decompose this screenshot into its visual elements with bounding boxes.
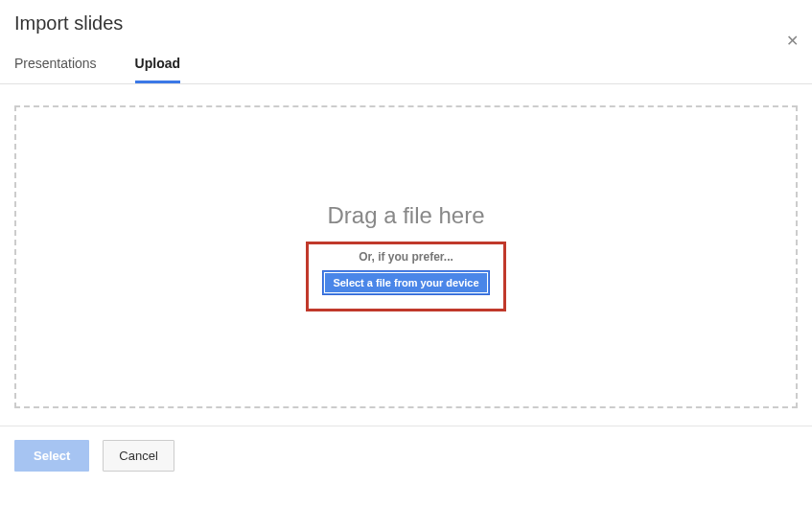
dialog-footer: Select Cancel [0,426,812,485]
dialog-title: Import slides [14,12,798,35]
highlight-box: Or, if you prefer... Select a file from … [306,242,505,311]
select-file-from-device-button[interactable]: Select a file from your device [322,270,489,295]
drag-file-label: Drag a file here [327,202,484,229]
select-button[interactable]: Select [14,440,89,472]
dialog-header: Import slides ✕ [0,0,812,35]
tab-bar: Presentations Upload [0,35,812,83]
tab-upload[interactable]: Upload [135,56,180,83]
main-content: Drag a file here Or, if you prefer... Se… [0,84,812,426]
tab-presentations[interactable]: Presentations [14,56,97,83]
close-icon[interactable]: ✕ [786,34,799,49]
file-dropzone[interactable]: Drag a file here Or, if you prefer... Se… [14,105,798,408]
prefer-label: Or, if you prefer... [359,250,453,264]
cancel-button[interactable]: Cancel [103,440,174,472]
